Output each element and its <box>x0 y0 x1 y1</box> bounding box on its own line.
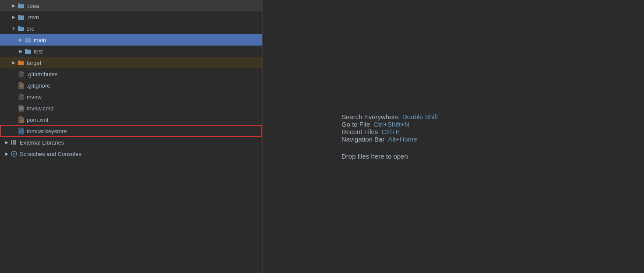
label-extlib: External Libraries <box>20 139 64 146</box>
label-test: test <box>34 48 43 55</box>
shortcut-label-search-everywhere: Search Everywhere <box>341 113 399 121</box>
tree-item-mvnw[interactable]: mvnw <box>0 91 262 103</box>
tree-item-main[interactable]: main <box>0 34 262 46</box>
svg-rect-9 <box>13 140 14 145</box>
shortcut-key-search-everywhere: Double Shift <box>402 113 438 121</box>
icon-mvnw-cmd <box>18 105 25 112</box>
label-main: main <box>34 37 46 43</box>
tree-item-mvnw-cmd[interactable]: mvnw.cmd <box>0 103 262 114</box>
tree-item-scratches[interactable]: Scratches and Consoles <box>0 148 262 160</box>
shortcut-key-recent-files: Ctrl+E <box>381 128 400 135</box>
arrow-target[interactable] <box>11 60 17 66</box>
label-gitattributes: .gitattributes <box>27 71 58 78</box>
label-mvn: .mvn <box>27 14 39 21</box>
tree-item-pom[interactable]: mpom.xml <box>0 114 262 125</box>
tree-item-test[interactable]: test <box>0 46 262 57</box>
svg-rect-7 <box>22 131 23 132</box>
shortcut-row-recent-files: Recent FilesCtrl+E <box>341 128 644 135</box>
shortcut-row-navigation-bar: Navigation BarAlt+Home <box>341 135 644 143</box>
label-mvnw: mvnw <box>27 94 42 100</box>
tree-item-mvn[interactable]: .mvn <box>0 11 262 23</box>
icon-pom: m <box>18 116 25 123</box>
svg-rect-2 <box>19 108 23 109</box>
label-pom: pom.xml <box>27 117 48 123</box>
label-scratches: Scratches and Consoles <box>20 151 81 157</box>
shortcut-label-go-to-file: Go to File <box>341 121 370 128</box>
label-mvnw-cmd: mvnw.cmd <box>27 105 53 112</box>
icon-gitattributes <box>18 71 25 78</box>
label-tomcat: tomcat.keystore <box>27 128 67 135</box>
icon-idea <box>18 2 25 9</box>
label-target: target <box>27 60 41 66</box>
shortcut-row-go-to-file: Go to FileCtrl+Shift+N <box>341 121 644 128</box>
icon-test <box>25 48 32 55</box>
project-sidebar: .idea.mvnsrcmaintesttarget.gitattributes… <box>0 0 263 273</box>
icon-mvnw <box>18 93 25 100</box>
shortcut-key-navigation-bar: Alt+Home <box>388 135 417 143</box>
tree-item-gitattributes[interactable]: .gitattributes <box>0 68 262 80</box>
arrow-scratches[interactable] <box>4 151 10 157</box>
drop-files-row: Drop files here to open <box>341 152 644 160</box>
arrow-test[interactable] <box>18 48 24 54</box>
tree-item-target[interactable]: target <box>0 57 262 68</box>
tree-item-extlib[interactable]: External Libraries <box>0 137 262 148</box>
arrow-src[interactable] <box>11 25 17 32</box>
arrow-main[interactable] <box>18 37 24 43</box>
label-gitignore: .gitignore <box>27 82 50 89</box>
icon-extlib <box>11 139 18 146</box>
arrow-mvn[interactable] <box>11 14 17 20</box>
shortcut-label-navigation-bar: Navigation Bar <box>341 135 384 143</box>
svg-rect-10 <box>14 140 16 145</box>
icon-tomcat <box>18 128 25 135</box>
icon-target <box>18 59 25 66</box>
label-src: src <box>27 25 34 32</box>
tree-item-idea[interactable]: .idea <box>0 0 262 11</box>
svg-text:m: m <box>20 119 23 122</box>
arrow-idea[interactable] <box>11 3 17 9</box>
tree-item-gitignore[interactable]: .gitignore <box>0 80 262 91</box>
label-idea: .idea <box>27 3 39 9</box>
tree-item-tomcat[interactable]: tomcat.keystore <box>0 125 262 137</box>
shortcut-row-search-everywhere: Search EverywhereDouble Shift <box>341 113 644 121</box>
shortcut-label-recent-files: Recent Files <box>341 128 378 135</box>
icon-src <box>18 25 25 32</box>
icon-scratches <box>11 150 18 157</box>
icon-main <box>25 36 32 43</box>
arrow-extlib[interactable] <box>4 139 10 145</box>
icon-gitignore <box>18 82 25 89</box>
main-editor-area: Search EverywhereDouble ShiftGo to FileC… <box>263 0 644 273</box>
shortcut-list: Search EverywhereDouble ShiftGo to FileC… <box>341 113 644 160</box>
svg-rect-3 <box>19 109 22 110</box>
tree-item-src[interactable]: src <box>0 23 262 34</box>
icon-mvn <box>18 14 25 21</box>
svg-rect-8 <box>11 140 12 145</box>
svg-rect-1 <box>19 107 23 108</box>
drop-files-text: Drop files here to open <box>341 152 408 160</box>
shortcut-key-go-to-file: Ctrl+Shift+N <box>373 121 409 128</box>
